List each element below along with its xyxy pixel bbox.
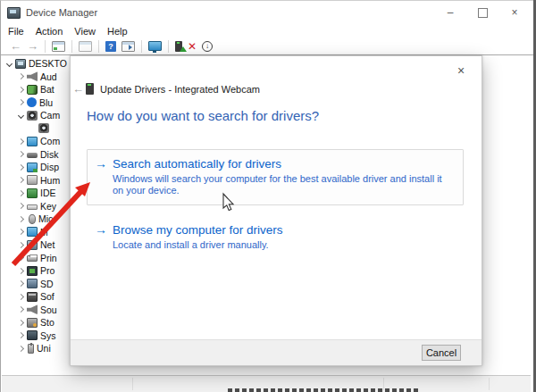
chevron-right-icon[interactable] xyxy=(16,204,26,208)
help-icon[interactable]: ? xyxy=(105,41,116,52)
tree-item-aud[interactable]: Aud xyxy=(16,71,67,84)
tree-item-sys[interactable]: Sys xyxy=(16,329,67,343)
tree-item-bat[interactable]: Bat xyxy=(16,83,67,96)
ide-icon xyxy=(27,188,38,198)
dialog-close-button[interactable]: × xyxy=(451,61,471,80)
menu-view[interactable]: View xyxy=(74,26,96,37)
tree-item-sou[interactable]: Sou xyxy=(16,304,67,317)
chevron-right-icon[interactable] xyxy=(16,217,26,221)
chevron-right-icon[interactable] xyxy=(16,152,26,156)
option-title: Browse my computer for drivers xyxy=(113,222,452,238)
uninstall-icon[interactable]: ✕ xyxy=(188,41,197,52)
chevron-right-icon[interactable] xyxy=(16,255,26,260)
keyboard-icon xyxy=(27,204,38,210)
tree-item-net[interactable]: Net xyxy=(16,238,67,252)
toolbar-separator xyxy=(45,40,46,53)
option-description: Locate and install a driver manually. xyxy=(113,239,450,251)
tree-item-label: Sto xyxy=(40,317,54,328)
tree-item-label: Sof xyxy=(40,291,54,302)
tree-item-ide[interactable]: IDE xyxy=(16,187,67,200)
tree-item-sto[interactable]: Sto xyxy=(16,316,67,329)
toolbar-separator xyxy=(141,40,142,53)
chevron-right-icon[interactable] xyxy=(16,243,26,247)
chevron-right-icon[interactable] xyxy=(16,269,26,273)
chevron-right-icon[interactable] xyxy=(16,295,26,299)
menu-help[interactable]: Help xyxy=(107,26,128,37)
option-search-automatically[interactable]: →Search automatically for driversWindows… xyxy=(87,149,464,205)
tree-item-label: IDE xyxy=(40,188,56,198)
tree-item-label: Net xyxy=(40,239,54,250)
tree-item-prin[interactable]: Prin xyxy=(16,252,67,265)
status-divider xyxy=(132,378,133,390)
menu-file[interactable]: File xyxy=(8,26,24,37)
tree-item-label: Prin xyxy=(40,253,57,263)
tree-item-deskto[interactable]: DESKTO xyxy=(4,57,67,71)
tree-item-label: Sou xyxy=(40,304,57,315)
option-browse-computer[interactable]: →Browse my computer for driversLocate an… xyxy=(87,215,464,260)
maximize-button[interactable] xyxy=(466,1,498,24)
chevron-down-icon[interactable] xyxy=(16,113,26,118)
scan-hardware-icon[interactable]: ↓ xyxy=(202,41,213,52)
tree-item-disk[interactable]: Disk xyxy=(16,148,67,162)
tree-item-cam[interactable]: Cam xyxy=(16,109,67,122)
chevron-right-icon[interactable] xyxy=(16,165,26,170)
window-title: Device Manager xyxy=(26,7,97,18)
dialog-back-icon[interactable]: ← xyxy=(72,82,84,96)
tree-item-pro[interactable]: Pro xyxy=(16,264,67,278)
dialog-title: Update Drivers - Integrated Webcam xyxy=(100,84,260,95)
status-divider xyxy=(489,378,490,390)
monitor-icon xyxy=(27,137,38,146)
tree-item-mic[interactable]: Mic xyxy=(16,213,67,226)
sd-icon xyxy=(27,279,38,288)
computer-icon[interactable] xyxy=(148,41,162,51)
chevron-right-icon[interactable] xyxy=(16,178,26,182)
tree-item-disp[interactable]: Disp xyxy=(16,161,67,174)
menu-action[interactable]: Action xyxy=(36,26,63,37)
toolbar-separator xyxy=(168,40,169,53)
cancel-button[interactable]: Cancel xyxy=(422,345,461,361)
tree-item-m[interactable]: M xyxy=(16,226,67,239)
chevron-right-icon[interactable] xyxy=(16,229,26,234)
tree-item-label: Hum xyxy=(40,175,60,186)
chevron-right-icon[interactable] xyxy=(16,307,26,312)
tree-item-sof[interactable]: Sof xyxy=(16,290,67,304)
chevron-right-icon[interactable] xyxy=(16,321,26,325)
chevron-right-icon[interactable] xyxy=(16,333,26,338)
system-icon xyxy=(27,330,38,340)
status-bar xyxy=(2,375,531,392)
tree-item-key[interactable]: Key xyxy=(16,200,67,213)
tree-item-label: SD xyxy=(40,279,54,289)
window-controls: – × xyxy=(434,1,531,24)
minimize-button[interactable]: – xyxy=(434,1,466,24)
close-button[interactable]: × xyxy=(498,1,531,24)
tree-item-label: Aud xyxy=(40,71,57,82)
device-tree: DESKTOAudBatBluCamComDiskDispHumIDEKeyMi… xyxy=(3,57,67,355)
chevron-right-icon[interactable] xyxy=(16,139,26,144)
tree-item-hum[interactable]: Hum xyxy=(16,174,67,188)
forward-icon[interactable]: → xyxy=(27,40,38,52)
close-icon: × xyxy=(511,6,517,19)
chevron-right-icon[interactable] xyxy=(16,88,26,92)
toolbar: ←→?✕↓ xyxy=(1,38,533,55)
tree-item-blu[interactable]: Blu xyxy=(16,96,67,110)
tree-item[interactable] xyxy=(28,122,67,136)
properties-window-icon[interactable] xyxy=(79,41,92,52)
chevron-right-icon[interactable] xyxy=(16,74,26,79)
tree-item-sd[interactable]: SD xyxy=(16,278,67,291)
dialog-header: Update Drivers - Integrated Webcam xyxy=(86,83,260,95)
chevron-right-icon[interactable] xyxy=(16,281,26,286)
chevron-right-icon[interactable] xyxy=(16,100,26,104)
tree-item-uni[interactable]: Uni xyxy=(16,342,67,355)
dialog-footer: Cancel xyxy=(71,339,482,365)
tree-item-label: Uni xyxy=(37,343,51,354)
chevron-right-icon[interactable] xyxy=(16,346,26,351)
console-window-icon[interactable] xyxy=(52,41,65,52)
display-icon xyxy=(27,163,38,172)
back-icon[interactable]: ← xyxy=(10,40,21,52)
show-window-icon[interactable] xyxy=(121,41,135,52)
chevron-right-icon[interactable] xyxy=(16,191,26,196)
tree-item-com[interactable]: Com xyxy=(16,135,67,148)
chevron-down-icon[interactable] xyxy=(4,62,14,66)
software-icon xyxy=(27,292,38,302)
update-driver-icon[interactable] xyxy=(175,41,182,52)
